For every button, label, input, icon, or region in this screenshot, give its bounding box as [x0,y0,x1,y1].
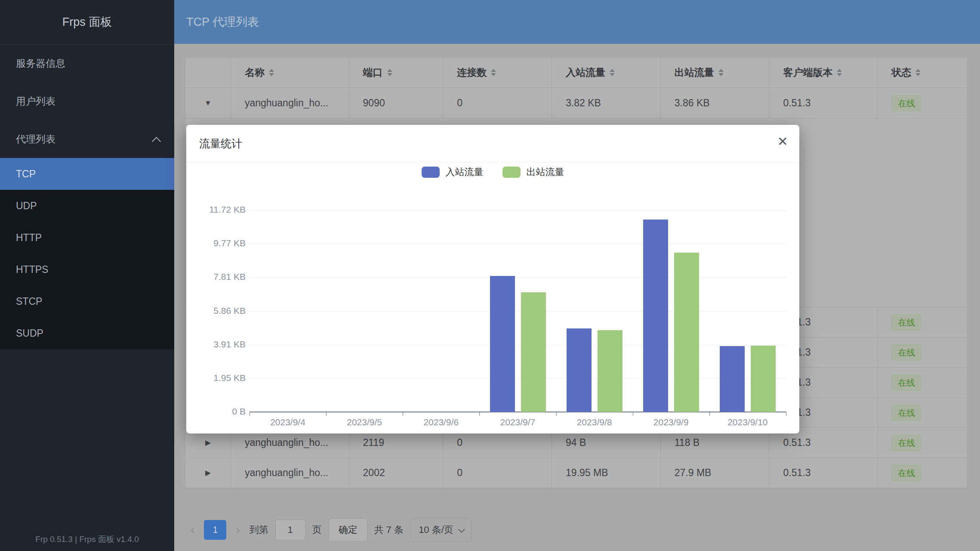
x-axis-label: 2023/9/5 [326,417,403,427]
row-expand-arrow[interactable]: ▶ [205,468,211,477]
submenu-label: UDP [16,200,37,212]
x-axis-tick [633,412,633,416]
confirm-button[interactable]: 确定 [329,518,367,542]
status-badge: 在线 [891,344,921,361]
cell-expand: ▼ [185,88,231,118]
sort-carets-icon[interactable] [837,69,842,76]
sort-carets-icon[interactable] [610,69,615,76]
column-header: 名称 [231,58,349,87]
x-axis-tick [250,412,250,416]
sidebar-item-label: 代理列表 [16,133,55,146]
submenu-label: HTTPS [16,264,48,276]
status-badge: 在线 [891,405,921,421]
next-page-button[interactable]: › [233,523,242,537]
x-axis-label: 2023/9/6 [403,417,479,427]
app-title: Frps 面板 [0,0,174,44]
page-unit-label: 页 [312,523,322,536]
y-axis-tick-label: 3.91 KB [194,339,246,350]
chart-bar-inbound [567,328,592,412]
legend-label: 出站流量 [527,166,564,179]
row-expand-arrow[interactable]: ▶ [205,438,211,447]
legend-swatch-icon [422,167,440,178]
gridline [250,210,786,210]
column-header: 端口 [349,58,444,87]
x-axis-tick [326,412,327,416]
table-row: ▶yanghuanglin_ho...2002019.95 MB27.9 MB0… [185,458,967,488]
page-title: TCP 代理列表 [186,0,259,44]
chart-bar-outbound [674,253,699,412]
status-badge: 在线 [891,435,921,451]
cell-port: 2002 [349,458,444,488]
sidebar-item-http[interactable]: HTTP [0,222,174,254]
chart-bar-outbound [521,292,546,412]
x-axis-label: 2023/9/8 [556,417,633,427]
submenu-label: SUDP [16,328,43,339]
cell-status: 在线 [878,458,967,488]
sort-carets-icon[interactable] [387,69,392,76]
page-1-button[interactable]: 1 [204,520,226,540]
cell-traffic_in: 19.95 MB [552,458,661,488]
x-axis-tick [403,412,403,416]
submenu-label: TCP [16,168,36,180]
goto-page-input[interactable] [275,520,305,540]
gridline [250,311,786,312]
sort-carets-icon[interactable] [269,69,274,76]
column-header-label: 连接数 [457,66,487,79]
sidebar-item-user-list[interactable]: 用户列表 [0,82,174,120]
table-row: ▼yanghuanglin_ho...909003.82 KB3.86 KB0.… [185,88,967,119]
chevron-up-icon [152,137,161,146]
y-axis-tick-label: 1.95 KB [194,373,246,383]
proxy-submenu: TCP UDP HTTP HTTPS STCP SUDP [0,158,174,349]
chart-bar-outbound [598,330,623,412]
sidebar-item-server-info[interactable]: 服务器信息 [0,44,174,82]
table-header-row: 名称端口连接数入站流量出站流量客户端版本状态 [185,58,967,88]
sidebar-item-stcp[interactable]: STCP [0,285,174,317]
chevron-down-icon [458,526,465,533]
frps-dashboard: Frps 面板 服务器信息 用户列表 代理列表 TCP UDP HTTP HTT… [0,0,980,551]
column-header-label: 状态 [891,66,911,79]
sidebar-item-proxy-list[interactable]: 代理列表 [0,120,174,158]
total-count: 共 7 条 [374,523,404,536]
sort-carets-icon[interactable] [718,69,724,76]
cell-status: 在线 [878,337,967,367]
cell-connections: 0 [443,88,552,118]
chart-bar-outbound [751,346,776,412]
cell-expand: ▶ [185,458,231,488]
y-axis-tick-label: 7.81 KB [194,272,246,282]
cell-connections: 0 [443,458,552,488]
submenu-label: HTTP [16,232,42,244]
prev-page-button[interactable]: ‹ [188,523,197,537]
gridline [250,244,786,244]
sidebar-item-udp[interactable]: UDP [0,190,174,222]
cell-status: 在线 [878,428,967,458]
status-badge: 在线 [891,375,921,391]
status-badge: 在线 [891,95,921,111]
sidebar-item-https[interactable]: HTTPS [0,254,174,285]
page-size-select[interactable]: 10 条/页 [410,518,472,542]
column-header-label: 入站流量 [566,66,605,79]
cell-status: 在线 [878,398,967,427]
sidebar-item-tcp[interactable]: TCP [0,158,174,190]
sort-carets-icon[interactable] [491,69,496,76]
legend-item-inbound[interactable]: 入站流量 [422,166,484,179]
cell-name: yanghuanglin_ho... [231,458,349,488]
sort-carets-icon[interactable] [915,69,921,76]
y-axis-tick-label: 0 B [194,406,246,417]
cell-traffic_in: 3.82 KB [552,88,661,118]
column-header: 状态 [878,58,967,87]
x-axis-tick [709,412,710,416]
modal-title: 流量统计 [199,125,242,162]
y-axis-tick-label: 9.77 KB [194,238,246,248]
column-header-label: 出站流量 [675,66,714,79]
sidebar-item-sudp[interactable]: SUDP [0,317,174,349]
cell-status: 在线 [878,88,967,118]
legend-item-outbound[interactable]: 出站流量 [502,166,564,179]
close-icon[interactable]: ✕ [777,135,788,148]
cell-client_version: 0.51.3 [769,88,878,118]
legend-label: 入站流量 [446,166,484,179]
column-header: 出站流量 [661,58,770,87]
row-expand-arrow[interactable]: ▼ [204,99,212,108]
column-header-label: 名称 [245,66,265,79]
sidebar-item-label: 用户列表 [16,95,55,108]
status-badge: 在线 [891,314,921,331]
